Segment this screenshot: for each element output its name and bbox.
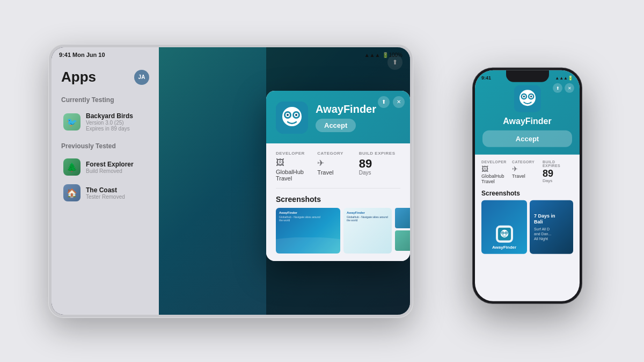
coast-info: The Coast Tester Removed (86, 186, 147, 200)
previously-tested-label: Previously Tested (61, 142, 149, 150)
modal-overlay: ⬆ ✕ (266, 47, 410, 315)
modal-screenshots-title: Screenshots (276, 195, 400, 204)
phone-developer-icon: 🖼 (481, 165, 512, 173)
screenshot-thumb-1: AwayFinder Globalhub - Navigate skies ar… (276, 208, 340, 254)
modal-developer-value: GlobalHub Travel (276, 169, 317, 182)
modal-category-item: CATEGORY ✈ Travel (317, 151, 358, 182)
modal-accept-button[interactable]: Accept (316, 119, 356, 132)
modal-screenshots-row: AwayFinder Globalhub - Navigate skies ar… (276, 208, 400, 254)
phone-ss-2-line1: 7 Days in Bali (534, 213, 569, 225)
coast-status: Tester Removed (86, 194, 147, 200)
screenshot-mini-2 (395, 230, 410, 251)
phone-screen: 9:41 ▲▲▲🔋 ⬆ ✕ (475, 70, 580, 301)
phone-build-days: 89 (543, 169, 573, 178)
modal-header-actions: ⬆ ✕ (378, 96, 405, 108)
modal-build-days: 89 (359, 158, 400, 170)
sidebar-item-coast[interactable]: 🏠 The Coast Tester Removed (61, 181, 149, 205)
app-detail-modal: ⬆ ✕ (266, 91, 410, 261)
coast-icon: 🏠 (63, 184, 80, 201)
phone-device: 9:41 ▲▲▲🔋 ⬆ ✕ (472, 68, 582, 304)
modal-body: DEVELOPER 🖼 GlobalHub Travel CATEGORY ✈ … (266, 143, 410, 261)
tablet-device: Apps JA Currently Testing 🐦 Backyard Bir… (48, 44, 413, 318)
currently-testing-label: Currently Testing (61, 96, 149, 104)
phone-status-icons: ▲▲▲🔋 (555, 75, 573, 80)
forest-explorer-status: Build Removed (86, 168, 147, 174)
phone-app-name: AwayFinder (482, 117, 572, 126)
modal-developer-label: DEVELOPER (276, 151, 317, 156)
modal-app-icon (276, 102, 308, 134)
phone-screenshot-2: 7 Days in Bali Surf All D and Dan... All… (530, 200, 573, 254)
phone-accept-button[interactable]: Accept (482, 131, 572, 147)
phone-app-icon (514, 85, 541, 112)
svg-point-7 (295, 114, 297, 116)
phone-build-expires-item: BUILD EXPIRES 89 Days (543, 160, 573, 184)
phone-modal-actions: ⬆ ✕ (553, 83, 574, 93)
svg-point-15 (530, 96, 532, 97)
phone-ss-logo (496, 226, 513, 243)
phone-build-expires-label: BUILD EXPIRES (543, 160, 573, 168)
phone-status-time: 9:41 (481, 75, 491, 81)
screenshot-mini-1 (395, 208, 410, 228)
modal-header: ⬆ ✕ (266, 91, 410, 143)
modal-build-expires-item: BUILD EXPIRES 89 Days (359, 151, 400, 182)
phone-category-value: Travel (512, 173, 543, 179)
phone-notch (506, 70, 549, 82)
screenshot-grid-right (395, 208, 410, 254)
sidebar-item-backyard-birds[interactable]: 🐦 Backyard Birds Version 3.0 (25) Expire… (61, 109, 149, 135)
phone-ss-2-sub: Surf All D and Dan... All Night (534, 226, 569, 241)
phone-category-icon: ✈ (512, 165, 543, 173)
modal-developer-item: DEVELOPER 🖼 GlobalHub Travel (276, 151, 317, 182)
modal-developer-icon: 🖼 (276, 158, 317, 168)
phone-category-label: CATEGORY (512, 160, 543, 164)
phone-build-days-unit: Days (543, 178, 573, 183)
svg-point-14 (523, 96, 524, 97)
modal-category-value: Travel (317, 169, 358, 176)
phone-developer-item: DEVELOPER 🖼 GlobalHub Travel (481, 160, 512, 184)
forest-explorer-name: Forest Explorer (86, 161, 147, 168)
svg-point-22 (502, 233, 503, 234)
svg-point-23 (506, 233, 507, 234)
modal-close-button[interactable]: ✕ (393, 96, 405, 108)
tablet-screen: Apps JA Currently Testing 🐦 Backyard Bir… (52, 47, 410, 315)
coast-name: The Coast (86, 186, 147, 194)
tablet-main-area: ⬆ BUILD EXPIRES 89 Days ⬆ (159, 47, 410, 315)
sidebar-item-forest-explorer[interactable]: 🌲 Forest Explorer Build Removed (61, 155, 149, 179)
backyard-birds-name: Backyard Birds (86, 112, 147, 120)
phone-modal-header: ⬆ ✕ AwayFinder (475, 70, 580, 155)
modal-meta-row: DEVELOPER 🖼 GlobalHub Travel CATEGORY ✈ … (276, 151, 400, 189)
sidebar-avatar[interactable]: JA (134, 70, 149, 85)
phone-body: DEVELOPER 🖼 GlobalHub Travel CATEGORY ✈ … (475, 155, 580, 259)
tablet-background: Apps JA Currently Testing 🐦 Backyard Bir… (52, 47, 410, 315)
screenshot-thumb-2: AwayFinder Globalhub - Navigate skies ar… (343, 208, 392, 254)
sidebar-header: Apps JA (61, 69, 149, 85)
modal-build-days-unit: Days (359, 170, 400, 176)
phone-developer-value: GlobalHub Travel (481, 173, 512, 184)
modal-build-expires-label: BUILD EXPIRES (359, 151, 400, 156)
forest-explorer-info: Forest Explorer Build Removed (86, 161, 147, 174)
phone-close-button[interactable]: ✕ (565, 83, 574, 93)
tablet-status-time: 9:41 Mon Jun 10 (59, 52, 105, 58)
backyard-birds-expires: Expires in 89 days (86, 126, 147, 132)
phone-developer-label: DEVELOPER (481, 160, 512, 164)
modal-category-label: CATEGORY (317, 151, 358, 156)
phone-screenshot-1: AwayFinder (481, 200, 527, 254)
forest-explorer-icon: 🌲 (63, 158, 80, 176)
tablet-sidebar: Apps JA Currently Testing 🐦 Backyard Bir… (52, 47, 159, 315)
sidebar-title: Apps (61, 69, 96, 85)
svg-point-6 (287, 114, 289, 116)
phone-share-button[interactable]: ⬆ (553, 83, 562, 93)
modal-share-button[interactable]: ⬆ (378, 96, 390, 108)
phone-category-item: CATEGORY ✈ Travel (512, 160, 543, 184)
phone-ss-1-brand: AwayFinder (492, 245, 516, 250)
phone-screenshots-row: AwayFinder 7 Days in Bali Surf All D and… (481, 200, 573, 254)
modal-category-icon: ✈ (317, 158, 358, 168)
phone-meta-row: DEVELOPER 🖼 GlobalHub Travel CATEGORY ✈ … (481, 160, 573, 184)
phone-screenshots-title: Screenshots (481, 190, 573, 197)
backyard-birds-version: Version 3.0 (25) (86, 120, 147, 126)
backyard-birds-info: Backyard Birds Version 3.0 (25) Expires … (86, 112, 147, 132)
backyard-birds-icon: 🐦 (63, 113, 80, 131)
